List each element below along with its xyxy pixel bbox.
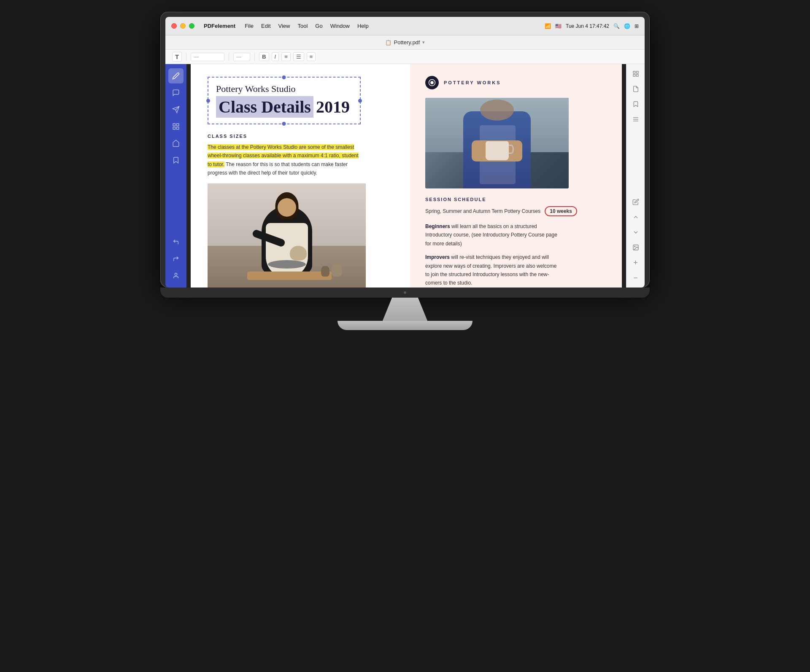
svg-rect-10	[636, 71, 638, 73]
page-left: Pottery Works Studio Class Details 2019 …	[186, 64, 410, 288]
font-size-field[interactable]: —	[233, 53, 250, 61]
monitor-bezel: PDFelement File Edit View Tool Go Window…	[160, 12, 650, 288]
session-line-row: Spring, Summer and Autumn Term Pottery C…	[425, 206, 611, 216]
page-up-icon[interactable]	[629, 211, 642, 223]
page-down-icon[interactable]	[629, 226, 642, 239]
title-main-text: Class Details	[216, 96, 313, 118]
monitor-screen: PDFelement File Edit View Tool Go Window…	[165, 17, 645, 288]
monitor-stand-neck	[375, 298, 435, 321]
class-text-normal: The reason for this is so that students …	[208, 161, 348, 176]
pages-tool-icon[interactable]	[168, 136, 184, 151]
user-icon[interactable]	[168, 268, 184, 283]
font-family-field[interactable]: —	[191, 53, 224, 61]
menu-go[interactable]: Go	[312, 22, 326, 30]
page-panel-icon[interactable]	[629, 83, 642, 95]
macos-menubar: PDFelement File Edit View Tool Go Window…	[165, 17, 645, 35]
left-sidebar	[165, 64, 186, 288]
text-tool-icon[interactable]: T	[172, 52, 182, 62]
minimize-button[interactable]	[180, 23, 186, 29]
menu-view[interactable]: View	[275, 22, 294, 30]
menu-panel-icon[interactable]	[629, 113, 642, 126]
apps-icon[interactable]: ⊞	[634, 23, 639, 29]
svg-point-7	[430, 81, 434, 84]
beginners-para: Beginners will learn all the basics on a…	[425, 222, 560, 248]
minus-panel-icon[interactable]: −	[629, 271, 642, 284]
align-left-btn[interactable]: ≡	[281, 52, 291, 61]
tab-filename[interactable]: Pottery.pdf	[394, 39, 420, 46]
svg-rect-12	[633, 74, 635, 76]
layers-tool-icon[interactable]	[168, 119, 184, 134]
redo-icon[interactable]	[168, 251, 184, 266]
edit-tool-icon[interactable]	[168, 68, 184, 83]
share-tool-icon[interactable]	[168, 102, 184, 117]
page-right: POTTERY WORKS	[410, 64, 626, 288]
page-spine-left	[186, 64, 191, 288]
annotation-panel-icon[interactable]	[629, 196, 642, 208]
title-text-box[interactable]: Pottery Works Studio Class Details 2019	[208, 77, 361, 124]
title-subtitle-text: Pottery Works Studio	[216, 83, 352, 94]
monitor-stand-base	[338, 321, 472, 330]
search-icon[interactable]: 🔍	[613, 23, 620, 29]
improvers-para: Improvers will re-visit techniques they …	[425, 253, 560, 288]
beginners-label: Beginners	[425, 223, 450, 229]
undo-icon[interactable]	[168, 234, 184, 250]
toolbar-divider-1	[186, 53, 186, 61]
flag-icon: 🇺🇸	[555, 23, 562, 29]
improvers-label: Improvers	[425, 254, 450, 260]
svg-rect-11	[636, 74, 638, 76]
globe-icon[interactable]: 🌐	[624, 23, 630, 29]
maximize-button[interactable]	[189, 23, 194, 29]
menu-window[interactable]: Window	[327, 22, 353, 30]
clock: Tue Jun 4 17:47:42	[566, 23, 609, 29]
svg-rect-9	[633, 71, 635, 73]
pdf-content-area: Pottery Works Studio Class Details 2019 …	[186, 64, 626, 288]
svg-rect-3	[177, 124, 179, 126]
menu-help[interactable]: Help	[354, 22, 372, 30]
align-right-btn[interactable]: ≡	[307, 52, 316, 61]
app-name: PDFelement	[204, 23, 235, 29]
class-sizes-heading: CLASS SIZES	[208, 134, 393, 139]
session-line-text: Spring, Summer and Autumn Term Pottery C…	[425, 208, 540, 214]
photo-pottery-person	[208, 183, 366, 288]
toolbar: T — — B I ≡ ☰ ≡	[165, 50, 645, 64]
svg-point-17	[634, 246, 635, 247]
weeks-badge: 10 weeks	[545, 206, 577, 216]
toolbar-divider-2	[229, 53, 229, 61]
tab-file-icon: 📋	[385, 40, 392, 46]
pottery-logo-icon	[425, 76, 439, 89]
menu-bar-items: File Edit View Tool Go Window Help	[241, 22, 545, 30]
svg-rect-2	[173, 124, 175, 126]
menu-file[interactable]: File	[241, 22, 257, 30]
italic-btn[interactable]: I	[272, 52, 279, 61]
menu-tool[interactable]: Tool	[294, 22, 311, 30]
comment-tool-icon[interactable]	[168, 85, 184, 100]
pottery-logo-text: POTTERY WORKS	[444, 80, 501, 85]
menubar-right: 📶 🇺🇸 Tue Jun 4 17:47:42 🔍 🌐 ⊞	[545, 23, 639, 29]
bookmark-panel-icon[interactable]	[629, 98, 642, 110]
app-body: Pottery Works Studio Class Details 2019 …	[165, 64, 645, 288]
align-center-btn[interactable]: ☰	[293, 52, 304, 61]
image-replace-icon[interactable]	[629, 241, 642, 254]
bold-btn[interactable]: B	[259, 52, 269, 61]
svg-rect-4	[177, 127, 179, 129]
class-sizes-text: The classes at the Pottery Works Studio …	[208, 143, 359, 177]
grid-panel-icon[interactable]	[629, 67, 642, 80]
tab-chevron: ▾	[422, 40, 425, 45]
page-spine-right	[622, 64, 626, 288]
close-button[interactable]	[171, 23, 177, 29]
monitor-outer: PDFelement File Edit View Tool Go Window…	[160, 12, 650, 298]
traffic-lights	[171, 23, 194, 29]
tab-bar: 📋 Pottery.pdf ▾	[165, 35, 645, 50]
svg-rect-5	[173, 127, 175, 129]
pottery-logo-row: POTTERY WORKS	[425, 76, 611, 89]
add-panel-icon[interactable]: +	[629, 256, 642, 269]
title-year-text: 2019	[313, 96, 352, 118]
photo-mug-holder	[425, 98, 569, 188]
menu-edit[interactable]: Edit	[258, 22, 274, 30]
toolbar-divider-3	[254, 53, 255, 61]
bookmark-tool-icon[interactable]	[168, 153, 184, 168]
monitor-wrapper: PDFelement File Edit View Tool Go Window…	[0, 0, 810, 330]
title-main-row: Class Details 2019	[216, 96, 352, 118]
right-sidebar: + −	[626, 64, 645, 288]
wifi-icon: 📶	[545, 23, 551, 29]
